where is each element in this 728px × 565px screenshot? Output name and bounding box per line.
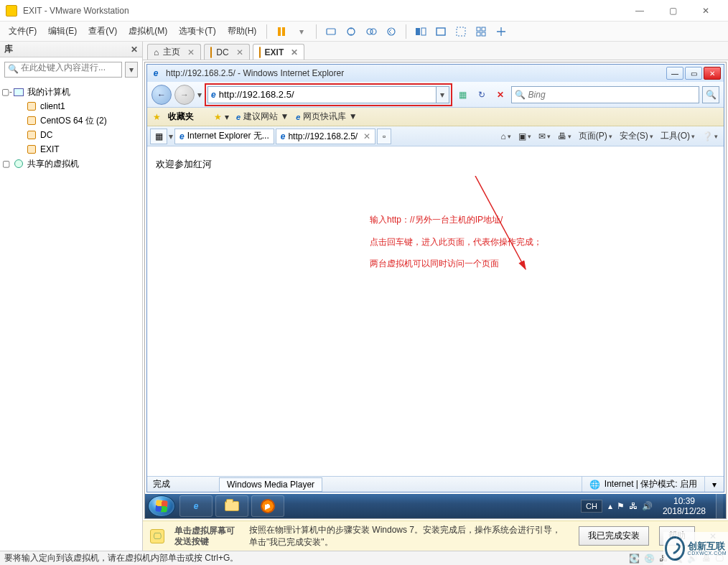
tree-item-client1[interactable]: client1 bbox=[1, 99, 141, 113]
fav-suggested-sites[interactable]: e建议网站 ▼ bbox=[236, 111, 289, 123]
guest-desktop[interactable]: e http://192.168.2.5/ - Windows Internet… bbox=[144, 62, 727, 519]
ie-search-go-button[interactable]: 🔍 bbox=[702, 86, 719, 103]
library-search-field[interactable] bbox=[21, 62, 118, 73]
ie-quicktabs-button[interactable]: ▦ bbox=[150, 129, 167, 144]
ie-tab-close-icon[interactable]: ✕ bbox=[363, 131, 370, 141]
tree-root-shared[interactable]: ▢ 共享的虚拟机 bbox=[1, 157, 141, 171]
ie-tab-1[interactable]: e Internet Explorer 无... bbox=[174, 129, 274, 144]
menu-vm[interactable]: 虚拟机(M) bbox=[123, 22, 173, 40]
address-bar-highlight: e ▾ bbox=[205, 83, 452, 106]
ie-minimize-button[interactable]: — bbox=[666, 67, 683, 80]
start-button[interactable] bbox=[148, 495, 175, 517]
globe-icon: 🌐 bbox=[589, 480, 600, 490]
ie-mail-button[interactable]: ✉▾ bbox=[536, 131, 554, 141]
device-hdd-icon[interactable]: 💽 bbox=[629, 554, 640, 564]
menu-edit[interactable]: 编辑(E) bbox=[42, 22, 83, 40]
vm-tab-exit[interactable]: EXIT ✕ bbox=[253, 44, 305, 60]
ie-refresh-button[interactable]: ↻ bbox=[474, 87, 490, 103]
vm-tab-home[interactable]: ⌂ 主页 ✕ bbox=[147, 44, 201, 60]
address-dropdown-icon[interactable]: ▾ bbox=[437, 86, 449, 103]
power-dropdown-icon[interactable]: ▾ bbox=[293, 24, 310, 39]
ie-address-bar[interactable]: e bbox=[207, 86, 437, 103]
volume-icon[interactable]: 🔊 bbox=[642, 501, 653, 511]
ie-newtab-button[interactable]: ▫ bbox=[377, 129, 391, 144]
menu-view[interactable]: 查看(V) bbox=[83, 22, 123, 40]
vm-tab-dc[interactable]: DC ✕ bbox=[204, 44, 249, 60]
flag-icon[interactable]: ⚑ bbox=[617, 501, 625, 511]
ie-window-title: http://192.168.2.5/ - Windows Internet E… bbox=[166, 68, 662, 78]
menu-file[interactable]: 文件(F) bbox=[3, 22, 42, 40]
vm-icon bbox=[210, 47, 212, 57]
install-done-button[interactable]: 我已完成安装 bbox=[579, 526, 649, 546]
taskbar-ie-button[interactable]: e bbox=[179, 495, 213, 517]
tree-item-centos[interactable]: CentOS 64 位 (2) bbox=[1, 113, 141, 128]
minimize-button[interactable]: — bbox=[623, 0, 656, 22]
favorites-star-icon[interactable]: ★ bbox=[153, 112, 161, 122]
ie-tab-2[interactable]: e http://192.168.2.5/ ✕ bbox=[276, 129, 375, 144]
tab-close-icon[interactable]: ✕ bbox=[236, 47, 243, 57]
tray-up-icon[interactable]: ▴ bbox=[608, 501, 612, 511]
menu-tabs[interactable]: 选项卡(T) bbox=[173, 22, 221, 40]
ie-home-button[interactable]: ⌂▾ bbox=[498, 131, 513, 141]
ie-help-button[interactable]: ❔▾ bbox=[699, 131, 721, 141]
vm-content-area: ⌂ 主页 ✕ DC ✕ EXIT ✕ e http://192.168.2.5/… bbox=[143, 42, 728, 551]
view-fullscreen-icon[interactable] bbox=[432, 24, 449, 39]
ie-nav-row: ← → ▾ e ▾ ▦ ↻ ✕ 🔍 bbox=[147, 82, 724, 108]
ie-forward-button[interactable]: → bbox=[174, 85, 195, 105]
view-stretch-icon[interactable] bbox=[493, 24, 510, 39]
tab-close-icon[interactable]: ✕ bbox=[187, 47, 195, 57]
maximize-button[interactable]: ▢ bbox=[656, 0, 689, 22]
ie-close-button[interactable]: ✕ bbox=[704, 67, 721, 80]
fav-add-icon[interactable]: ★▾ bbox=[214, 112, 229, 122]
taskbar-explorer-button[interactable] bbox=[215, 495, 248, 517]
show-desktop-button[interactable] bbox=[716, 494, 723, 518]
view-thumbnail-icon[interactable] bbox=[472, 24, 490, 39]
nav-history-dropdown-icon[interactable]: ▾ bbox=[197, 90, 202, 100]
tab-close-icon[interactable]: ✕ bbox=[291, 47, 298, 57]
close-button[interactable]: ✕ bbox=[689, 0, 722, 22]
menu-help[interactable]: 帮助(H) bbox=[222, 22, 263, 40]
collapse-icon[interactable]: ▢ bbox=[1, 159, 10, 169]
ie-feeds-button[interactable]: ▣▾ bbox=[515, 131, 534, 141]
info-icon: 🖵 bbox=[150, 529, 164, 543]
taskbar-clock[interactable]: 10:39 2018/12/28 bbox=[658, 496, 710, 517]
system-tray[interactable]: ▴ ⚑ 🖧 🔊 bbox=[608, 501, 653, 511]
tree-root-my-computer[interactable]: ▢- 我的计算机 bbox=[1, 85, 141, 99]
ie-maximize-button[interactable]: ▭ bbox=[685, 67, 702, 80]
ie-safety-menu[interactable]: 安全(S)▾ bbox=[617, 130, 656, 142]
ie-tools-menu[interactable]: 工具(O)▾ bbox=[658, 130, 698, 142]
ie-back-button[interactable]: ← bbox=[151, 85, 172, 105]
collapse-icon[interactable]: ▢- bbox=[1, 87, 10, 97]
network-icon[interactable]: 🖧 bbox=[629, 501, 638, 511]
library-search-dropdown-icon[interactable]: ▾ bbox=[125, 62, 138, 78]
svg-rect-2 bbox=[327, 29, 335, 34]
pause-icon[interactable] bbox=[273, 24, 290, 39]
snapshot-manage-icon[interactable] bbox=[363, 24, 380, 39]
ie-print-button[interactable]: 🖶▾ bbox=[555, 131, 574, 141]
view-unity-icon[interactable] bbox=[452, 24, 470, 39]
ie-titlebar[interactable]: e http://192.168.2.5/ - Windows Internet… bbox=[147, 65, 724, 82]
ie-search-input[interactable] bbox=[528, 90, 696, 100]
device-cd-icon[interactable]: 💿 bbox=[644, 554, 655, 564]
ie-protected-mode-dropdown[interactable]: ▾ bbox=[704, 477, 724, 492]
snapshot-revert-icon[interactable] bbox=[383, 24, 400, 39]
library-search-input[interactable] bbox=[4, 62, 122, 78]
tree-item-exit[interactable]: EXIT bbox=[1, 142, 141, 157]
snapshot-icon[interactable] bbox=[342, 24, 360, 39]
vmware-status-text: 要将输入定向到该虚拟机，请在虚拟机内部单击或按 Ctrl+G。 bbox=[4, 552, 238, 564]
library-close-icon[interactable]: ✕ bbox=[131, 45, 138, 55]
ie-search-box[interactable]: 🔍 bbox=[511, 86, 699, 103]
tree-item-dc[interactable]: DC bbox=[1, 128, 141, 142]
ie-security-zone[interactable]: 🌐Internet | 保护模式: 启用 bbox=[582, 477, 704, 492]
ie-page-menu[interactable]: 页面(P)▾ bbox=[576, 130, 615, 142]
send-ctrlaltdel-icon[interactable] bbox=[322, 24, 340, 39]
ie-wmp-button[interactable]: Windows Media Player bbox=[219, 477, 322, 492]
fav-web-slice[interactable]: e网页快讯库 ▼ bbox=[296, 111, 357, 123]
ie-compat-button[interactable]: ▦ bbox=[455, 87, 471, 103]
ie-stop-button[interactable]: ✕ bbox=[493, 87, 508, 103]
taskbar-wmp-button[interactable]: ▶ bbox=[251, 495, 284, 517]
view-console-icon[interactable] bbox=[412, 24, 429, 39]
ie-address-input[interactable] bbox=[219, 89, 433, 100]
favorites-label[interactable]: 收藏夹 bbox=[168, 111, 194, 123]
language-indicator[interactable]: CH bbox=[581, 500, 602, 513]
